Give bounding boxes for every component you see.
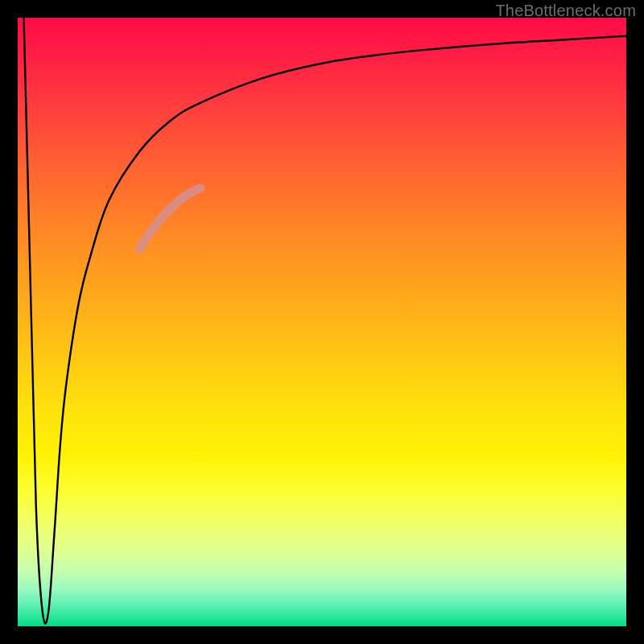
- bottleneck-curve: [24, 18, 626, 624]
- plot-area: [18, 18, 626, 626]
- curve-layer: [18, 18, 626, 626]
- highlight-segment: [139, 188, 200, 250]
- watermark-text: TheBottleneck.com: [495, 2, 636, 20]
- chart-frame: TheBottleneck.com: [0, 0, 644, 644]
